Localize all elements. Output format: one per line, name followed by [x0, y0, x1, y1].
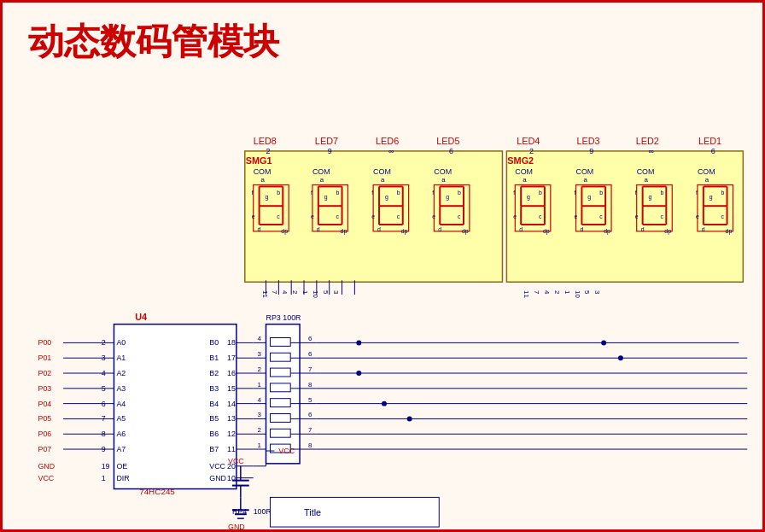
svg-text:5: 5	[322, 290, 330, 295]
svg-text:dp: dp	[462, 228, 469, 235]
svg-text:3: 3	[332, 290, 340, 295]
svg-text:12: 12	[227, 430, 236, 438]
svg-text:Title: Title	[304, 507, 321, 517]
svg-text:7: 7	[308, 426, 312, 434]
svg-text:d: d	[438, 226, 441, 232]
svg-text:b: b	[539, 190, 542, 196]
svg-text:B3: B3	[209, 384, 219, 393]
svg-text:a: a	[583, 177, 587, 184]
svg-text:∞: ∞	[649, 147, 654, 155]
svg-text:LED3: LED3	[576, 136, 599, 146]
svg-text:VCC: VCC	[278, 447, 295, 455]
svg-text:5: 5	[583, 290, 591, 295]
svg-text:d: d	[317, 226, 320, 232]
svg-text:COM: COM	[515, 167, 533, 176]
svg-text:c: c	[660, 213, 663, 219]
svg-text:3: 3	[258, 350, 262, 358]
svg-text:d: d	[641, 226, 645, 232]
svg-text:A3: A3	[116, 384, 126, 393]
svg-text:c: c	[277, 213, 280, 219]
svg-text:2: 2	[529, 147, 534, 155]
svg-text:11: 11	[261, 290, 269, 298]
svg-text:c: c	[721, 213, 725, 219]
svg-text:11: 11	[523, 290, 530, 298]
svg-text:dp: dp	[726, 228, 733, 235]
svg-text:100R: 100R	[283, 313, 301, 322]
svg-text:RP3: RP3	[266, 313, 281, 322]
svg-text:P02: P02	[38, 369, 51, 377]
svg-text:P03: P03	[38, 384, 51, 393]
svg-text:dp: dp	[401, 228, 408, 235]
svg-text:8: 8	[102, 430, 106, 438]
svg-rect-312	[270, 497, 439, 527]
svg-text:9: 9	[102, 445, 106, 453]
svg-text:e: e	[513, 213, 517, 219]
svg-text:GND: GND	[38, 462, 55, 471]
svg-text:2: 2	[258, 426, 261, 434]
svg-text:g: g	[385, 194, 388, 201]
svg-text:LED2: LED2	[636, 136, 659, 146]
svg-text:B4: B4	[209, 400, 219, 408]
svg-text:a: a	[320, 177, 324, 184]
svg-text:COM: COM	[373, 167, 391, 176]
svg-text:f: f	[635, 190, 637, 196]
svg-text:10: 10	[574, 290, 581, 298]
svg-text:b: b	[336, 190, 340, 196]
svg-text:4: 4	[281, 290, 289, 295]
svg-text:P01: P01	[38, 354, 51, 362]
svg-text:LED7: LED7	[315, 136, 338, 146]
svg-text:SMG1: SMG1	[246, 155, 272, 166]
svg-text:3: 3	[102, 354, 106, 362]
svg-point-287	[356, 371, 361, 376]
svg-text:VCC: VCC	[209, 462, 225, 471]
svg-text:c: c	[336, 213, 340, 219]
svg-text:a: a	[261, 177, 266, 184]
svg-text:GND: GND	[209, 474, 226, 482]
svg-text:g: g	[324, 194, 328, 201]
svg-text:f: f	[575, 190, 576, 196]
svg-text:COM: COM	[312, 167, 330, 176]
svg-text:P05: P05	[38, 414, 51, 423]
svg-rect-245	[266, 324, 301, 464]
svg-text:B5: B5	[209, 414, 219, 423]
svg-text:8: 8	[308, 381, 312, 389]
svg-text:f: f	[252, 190, 254, 196]
svg-text:e: e	[432, 213, 435, 219]
svg-text:13: 13	[227, 414, 236, 423]
svg-text:OE: OE	[116, 462, 127, 471]
svg-point-288	[382, 401, 387, 406]
svg-text:14: 14	[227, 400, 236, 408]
svg-text:19: 19	[102, 462, 110, 471]
svg-text:LED1: LED1	[698, 136, 721, 146]
svg-text:9: 9	[328, 147, 332, 155]
svg-text:LED6: LED6	[376, 136, 399, 146]
svg-text:15: 15	[227, 384, 236, 393]
svg-text:2: 2	[102, 338, 106, 347]
svg-text:74HC245: 74HC245	[139, 487, 175, 496]
svg-text:SMG2: SMG2	[507, 155, 534, 166]
svg-point-289	[407, 416, 412, 421]
svg-text:5: 5	[102, 384, 106, 393]
svg-text:e: e	[635, 213, 639, 219]
svg-text:dp: dp	[543, 228, 550, 235]
svg-text:A6: A6	[116, 430, 126, 438]
svg-text:17: 17	[227, 354, 236, 362]
svg-text:6: 6	[102, 400, 106, 408]
svg-text:c: c	[599, 213, 603, 219]
svg-text:d: d	[702, 226, 705, 232]
svg-text:COM: COM	[637, 167, 655, 176]
svg-point-290	[601, 340, 606, 345]
svg-text:COM: COM	[254, 167, 272, 176]
svg-text:DIR: DIR	[116, 474, 130, 482]
svg-text:b: b	[721, 190, 725, 196]
svg-point-286	[356, 340, 361, 345]
svg-text:6: 6	[308, 411, 312, 418]
svg-text:100R: 100R	[254, 507, 272, 516]
svg-text:7: 7	[271, 290, 278, 294]
svg-text:COM: COM	[575, 167, 593, 176]
svg-point-291	[618, 355, 623, 360]
svg-text:g: g	[587, 194, 591, 201]
svg-text:a: a	[381, 177, 385, 184]
svg-text:dp: dp	[664, 228, 671, 235]
svg-text:7: 7	[308, 365, 312, 373]
